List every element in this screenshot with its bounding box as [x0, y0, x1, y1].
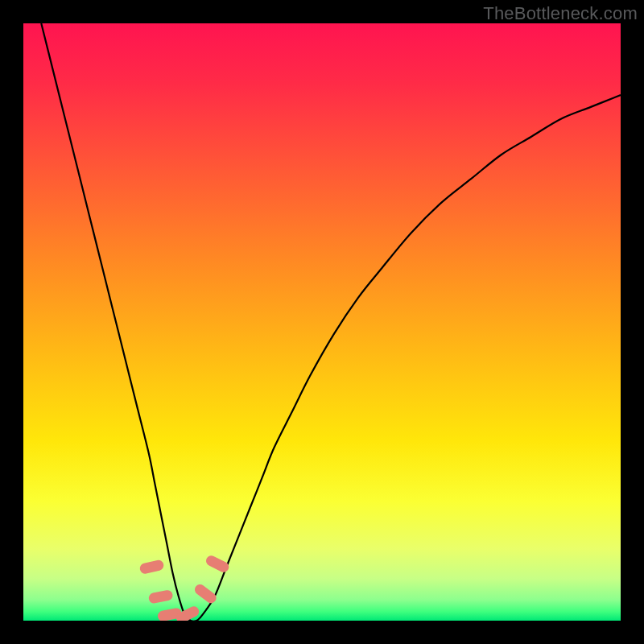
- bottleneck-chart: [23, 23, 621, 621]
- watermark-label: TheBottleneck.com: [483, 3, 638, 24]
- plot-frame: [23, 23, 621, 621]
- gradient-background: [23, 23, 621, 621]
